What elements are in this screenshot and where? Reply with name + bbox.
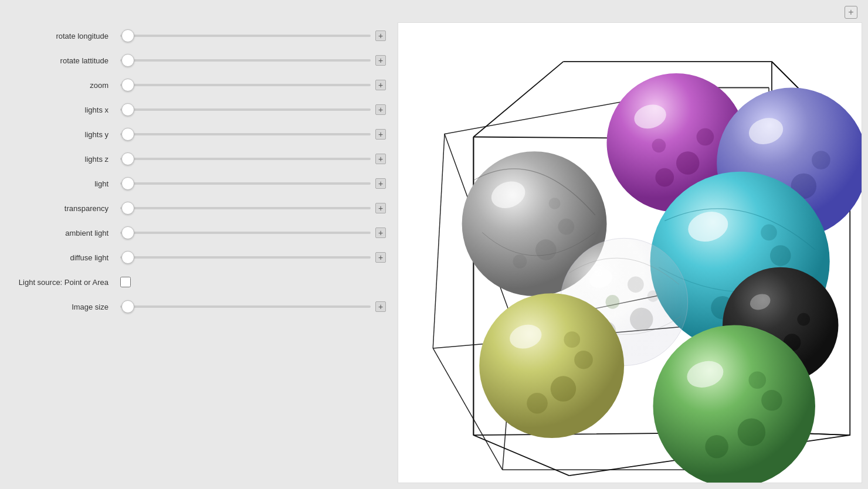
- slider-row-7: transparency +: [12, 196, 386, 220]
- slider-plus-8[interactable]: +: [375, 227, 386, 238]
- slider-track-bg-9: [120, 256, 371, 259]
- slider-plus-9[interactable]: +: [375, 252, 386, 263]
- slider-row-8: ambient light +: [12, 220, 386, 245]
- slider-container-9: +: [120, 252, 386, 263]
- slider-track-bg-0: [120, 35, 371, 37]
- slider-thumb-1[interactable]: [121, 54, 134, 67]
- svg-line-1: [433, 134, 445, 348]
- slider-label-0: rotate longitude: [12, 32, 120, 40]
- slider-thumb-7[interactable]: [121, 202, 134, 215]
- slider-thumb-3[interactable]: [121, 103, 134, 116]
- slider-plus-7[interactable]: +: [375, 203, 386, 213]
- top-right-icon[interactable]: +: [845, 6, 857, 19]
- slider-label-6: light: [12, 179, 120, 188]
- slider-container-4: +: [120, 128, 386, 140]
- slider-thumb-0[interactable]: [121, 29, 134, 42]
- svg-point-40: [606, 295, 620, 309]
- slider-thumb-6[interactable]: [121, 177, 134, 190]
- image-size-plus[interactable]: +: [375, 301, 386, 312]
- slider-track-bg-8: [120, 232, 371, 234]
- slider-plus-5[interactable]: +: [375, 154, 386, 164]
- svg-line-12: [473, 62, 563, 137]
- svg-point-20: [513, 254, 527, 269]
- slider-thumb-8[interactable]: [121, 226, 134, 239]
- slider-plus-3[interactable]: +: [375, 104, 386, 115]
- yellow-sphere: [479, 293, 624, 438]
- slider-label-3: lights x: [12, 106, 120, 114]
- slider-track-1[interactable]: [120, 55, 371, 66]
- image-size-slider-container: +: [120, 301, 386, 313]
- image-size-slider-row: Image size +: [12, 294, 386, 319]
- slider-plus-2[interactable]: +: [375, 80, 386, 90]
- svg-point-54: [748, 371, 766, 389]
- svg-point-38: [628, 276, 644, 293]
- slider-plus-6[interactable]: +: [375, 178, 386, 189]
- slider-track-0[interactable]: [120, 30, 371, 42]
- svg-point-26: [652, 138, 666, 152]
- slider-container-8: +: [120, 227, 386, 239]
- slider-thumb-5[interactable]: [121, 152, 134, 165]
- slider-label-4: lights y: [12, 130, 120, 139]
- image-size-thumb[interactable]: [121, 300, 134, 313]
- slider-track-bg-1: [120, 59, 371, 62]
- svg-point-45: [527, 393, 548, 414]
- slider-track-5[interactable]: [120, 153, 371, 165]
- svg-point-36: [630, 308, 653, 331]
- slider-container-1: +: [120, 55, 386, 66]
- slider-track-bg-5: [120, 158, 371, 160]
- slider-track-bg-2: [120, 84, 371, 86]
- slider-row-2: zoom +: [12, 73, 386, 97]
- slider-label-9: diffuse light: [12, 253, 120, 262]
- slider-track-6[interactable]: [120, 178, 371, 189]
- slider-plus-4[interactable]: +: [375, 129, 386, 140]
- slider-track-8[interactable]: [120, 227, 371, 239]
- slider-plus-0[interactable]: +: [375, 30, 386, 41]
- svg-point-53: [705, 435, 728, 459]
- controls-panel: rotate longitude + rotate lattitude + zo…: [0, 0, 398, 489]
- svg-point-21: [549, 198, 561, 209]
- slider-plus-1[interactable]: +: [375, 55, 386, 66]
- svg-point-33: [770, 245, 791, 266]
- slider-row-0: rotate longitude +: [12, 23, 386, 48]
- slider-container-0: +: [120, 30, 386, 42]
- slider-thumb-9[interactable]: [121, 251, 134, 264]
- slider-thumb-2[interactable]: [121, 79, 134, 91]
- slider-container-2: +: [120, 79, 386, 91]
- slider-container-6: +: [120, 178, 386, 189]
- slider-container-5: +: [120, 153, 386, 165]
- slider-label-8: ambient light: [12, 229, 120, 237]
- slider-track-2[interactable]: [120, 79, 371, 91]
- slider-container-7: +: [120, 202, 386, 214]
- svg-point-35: [761, 225, 777, 241]
- slider-label-7: transparency: [12, 204, 120, 213]
- slider-track-9[interactable]: [120, 252, 371, 263]
- slider-track-3[interactable]: [120, 104, 371, 116]
- light-source-checkbox[interactable]: [120, 277, 131, 287]
- render-canvas: [398, 23, 862, 483]
- svg-point-19: [558, 219, 575, 235]
- slider-thumb-4[interactable]: [121, 128, 134, 141]
- svg-point-24: [697, 128, 714, 146]
- svg-point-49: [797, 313, 810, 326]
- svg-point-51: [738, 418, 765, 446]
- 3d-scene: [398, 23, 862, 483]
- image-size-track-bg: [120, 305, 371, 308]
- svg-point-29: [812, 151, 830, 169]
- slider-label-2: zoom: [12, 81, 120, 90]
- green-sphere: [653, 325, 816, 483]
- slider-row-3: lights x +: [12, 97, 386, 122]
- svg-point-52: [761, 390, 782, 411]
- slider-label-5: lights z: [12, 155, 120, 164]
- slider-row-5: lights z +: [12, 147, 386, 171]
- slider-track-7[interactable]: [120, 202, 371, 214]
- slider-label-1: rotate lattitude: [12, 56, 120, 65]
- svg-point-46: [564, 331, 580, 348]
- svg-point-43: [551, 376, 576, 401]
- slider-track-4[interactable]: [120, 128, 371, 140]
- slider-track-bg-6: [120, 182, 371, 185]
- svg-point-39: [647, 290, 659, 302]
- slider-row-1: rotate lattitude +: [12, 48, 386, 73]
- checkbox-label: Light source: Point or Area: [12, 278, 120, 287]
- image-size-track[interactable]: [120, 301, 371, 313]
- slider-row-6: light +: [12, 171, 386, 196]
